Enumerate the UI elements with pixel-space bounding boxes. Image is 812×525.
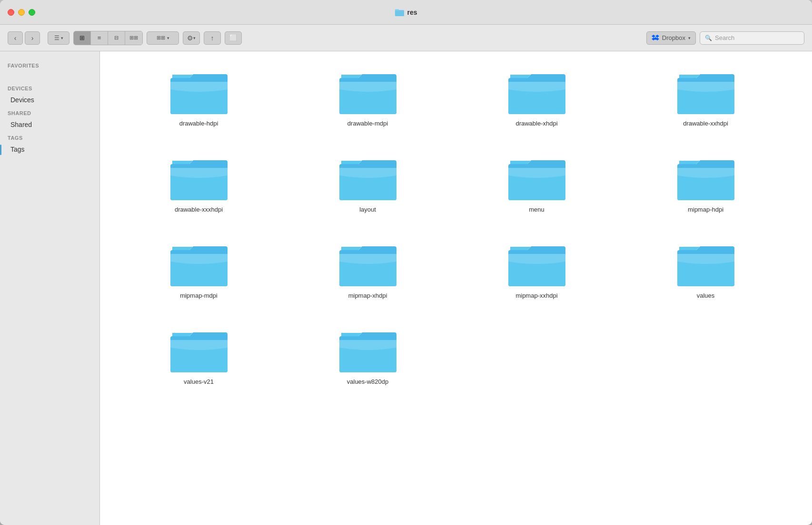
- folder-name: mipmap-xhdpi: [348, 292, 387, 300]
- tag-button[interactable]: ⬜: [225, 31, 242, 45]
- folder-icon: [339, 243, 396, 288]
- svg-rect-1: [395, 9, 399, 10]
- forward-button[interactable]: ›: [25, 31, 40, 45]
- grid-icon: ⊞: [79, 34, 85, 41]
- folder-icon: [170, 156, 228, 202]
- back-icon: ‹: [14, 34, 17, 42]
- minimize-button[interactable]: [18, 9, 25, 16]
- share-button[interactable]: ↑: [204, 31, 221, 45]
- share-icon: ↑: [211, 34, 214, 42]
- sidebar-tags-text: Tags: [10, 146, 25, 153]
- sidebar-item-shared[interactable]: Shared: [3, 118, 97, 131]
- folder-item[interactable]: values-w820dp: [288, 324, 447, 391]
- titlebar: res: [0, 0, 812, 25]
- folder-item[interactable]: mipmap-mdpi: [119, 238, 278, 305]
- search-placeholder: Search: [715, 34, 734, 41]
- view-menu-button[interactable]: ☰ ▾: [48, 31, 69, 45]
- folder-icon: [339, 156, 396, 202]
- folder-icon: [170, 329, 228, 374]
- folder-name: drawable-xxhdpi: [683, 120, 728, 128]
- active-indicator: [0, 145, 1, 155]
- folder-icon: [677, 156, 734, 202]
- folder-item[interactable]: drawable-mdpi: [288, 66, 447, 133]
- sidebar-devices-text: Devices: [10, 96, 34, 104]
- folder-name: drawable-mdpi: [347, 120, 388, 128]
- folder-icon: [170, 70, 228, 116]
- nav-buttons: ‹ ›: [8, 31, 40, 45]
- folder-name: mipmap-xxhdpi: [515, 292, 557, 300]
- maximize-button[interactable]: [29, 9, 35, 16]
- folder-grid: drawable-hdpi drawable-mdpi drawable-xhd…: [119, 66, 785, 391]
- folder-icon: [508, 243, 565, 288]
- view-mode-buttons: ⊞ ≡ ⊟ ⊞⊞: [73, 31, 143, 45]
- sidebar-section-tags-label: Tags: [0, 131, 99, 143]
- folder-name: drawable-hdpi: [179, 120, 218, 128]
- group-icon: ⊞⊞: [157, 35, 165, 41]
- folder-item[interactable]: mipmap-xxhdpi: [457, 238, 616, 305]
- finder-window: res ‹ › ☰ ▾ ⊞ ≡ ⊟ ⊞⊞: [0, 0, 812, 525]
- dropbox-icon: [652, 34, 659, 42]
- folder-icon: [339, 70, 396, 116]
- folder-item[interactable]: layout: [288, 152, 447, 219]
- folder-name: mipmap-hdpi: [688, 206, 723, 214]
- folder-name: menu: [529, 206, 545, 214]
- folder-item[interactable]: mipmap-xhdpi: [288, 238, 447, 305]
- list-icon: ≡: [98, 34, 101, 41]
- folder-icon: [170, 243, 228, 288]
- back-button[interactable]: ‹: [8, 31, 23, 45]
- sidebar-item-tags[interactable]: Tags: [3, 143, 97, 156]
- list-view-button[interactable]: ≡: [91, 31, 108, 45]
- sidebar-shared-text: Shared: [10, 121, 32, 128]
- sidebar: Favorites Devices Devices Shared Shared …: [0, 51, 100, 525]
- close-button[interactable]: [8, 9, 14, 16]
- toolbar: ‹ › ☰ ▾ ⊞ ≡ ⊟ ⊞⊞ ⊞⊞ ▾: [0, 25, 812, 51]
- folder-name: values: [697, 292, 715, 300]
- icon-view-button[interactable]: ⊞: [74, 31, 91, 45]
- folder-item[interactable]: values-v21: [119, 324, 278, 391]
- folder-item[interactable]: drawable-xxxhdpi: [119, 152, 278, 219]
- folder-item[interactable]: drawable-hdpi: [119, 66, 278, 133]
- folder-icon: [677, 243, 734, 288]
- settings-chevron-icon: ▾: [193, 36, 196, 40]
- dropbox-chevron-icon: ▾: [688, 36, 691, 40]
- group-button[interactable]: ⊞⊞ ▾: [147, 31, 179, 45]
- sidebar-item-devices[interactable]: Devices: [3, 94, 97, 106]
- folder-name: values-v21: [184, 378, 214, 386]
- column-icon: ⊟: [114, 35, 119, 41]
- file-content-area: drawable-hdpi drawable-mdpi drawable-xhd…: [100, 51, 812, 525]
- folder-item[interactable]: drawable-xxhdpi: [626, 66, 785, 133]
- search-bar[interactable]: 🔍 Search: [700, 31, 804, 45]
- folder-item[interactable]: mipmap-hdpi: [626, 152, 785, 219]
- gallery-view-button[interactable]: ⊞⊞: [125, 31, 142, 45]
- settings-button[interactable]: ⚙ ▾: [183, 31, 200, 45]
- folder-name: layout: [359, 206, 376, 214]
- group-chevron-icon: ▾: [167, 36, 169, 40]
- folder-name: values-w820dp: [347, 378, 388, 386]
- window-title: res: [395, 9, 417, 16]
- folder-name: mipmap-mdpi: [180, 292, 218, 300]
- folder-item[interactable]: menu: [457, 152, 616, 219]
- tag-icon: ⬜: [229, 34, 237, 41]
- column-view-button[interactable]: ⊟: [108, 31, 125, 45]
- folder-item[interactable]: values: [626, 238, 785, 305]
- dropbox-button[interactable]: Dropbox ▾: [646, 31, 696, 45]
- svg-rect-0: [395, 10, 404, 16]
- svg-marker-3: [655, 35, 659, 38]
- folder-icon: [677, 70, 734, 116]
- main-area: Favorites Devices Devices Shared Shared …: [0, 51, 812, 525]
- title-text: res: [407, 9, 417, 16]
- forward-icon: ›: [31, 34, 34, 42]
- sidebar-section-favorites: Favorites: [0, 59, 99, 70]
- sidebar-section-shared-label: Shared: [0, 107, 99, 118]
- gallery-icon: ⊞⊞: [129, 35, 138, 41]
- view-menu-icon: ☰: [54, 35, 59, 41]
- folder-icon: [508, 70, 565, 116]
- dropbox-label: Dropbox: [662, 34, 685, 41]
- search-icon: 🔍: [705, 35, 712, 41]
- svg-marker-2: [652, 35, 655, 38]
- folder-icon: [508, 156, 565, 202]
- chevron-down-icon: ▾: [61, 36, 63, 40]
- folder-item[interactable]: drawable-xhdpi: [457, 66, 616, 133]
- folder-name: drawable-xxxhdpi: [175, 206, 223, 214]
- gear-icon: ⚙: [187, 34, 193, 42]
